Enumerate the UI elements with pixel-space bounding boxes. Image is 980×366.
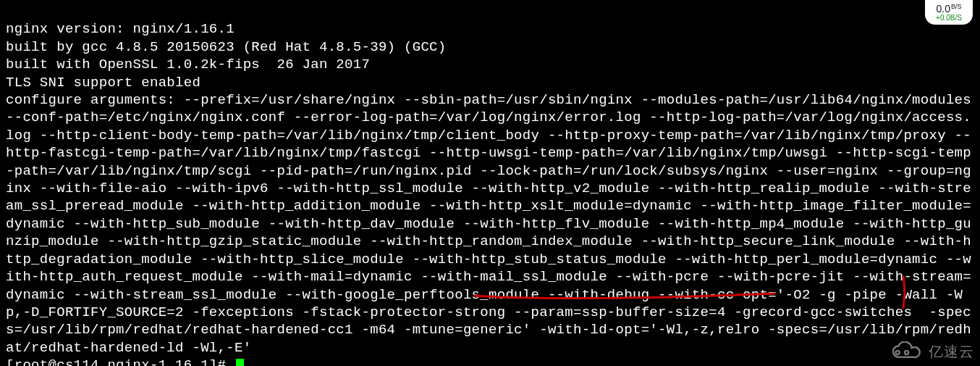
svg-point-0 bbox=[895, 351, 899, 354]
output-line: nginx version: nginx/1.16.1 bbox=[6, 21, 235, 37]
speed-value: 0.0B/S bbox=[937, 4, 962, 14]
watermark: 亿速云 bbox=[887, 337, 974, 366]
output-line: built with OpenSSL 1.0.2k-fips 26 Jan 20… bbox=[6, 57, 370, 72]
terminal-output: nginx version: nginx/1.16.1 built by gcc… bbox=[0, 0, 980, 366]
output-line: TLS SNI support enabled bbox=[6, 75, 200, 91]
network-speed-widget[interactable]: 0.0B/S +0.0B/S bbox=[925, 0, 973, 25]
svg-point-1 bbox=[905, 351, 908, 354]
output-configure-args: configure arguments: --prefix=/usr/share… bbox=[6, 92, 980, 356]
watermark-text: 亿速云 bbox=[929, 343, 974, 360]
speed-delta: +0.0B/S bbox=[936, 14, 962, 22]
output-line: built by gcc 4.8.5 20150623 (Red Hat 4.8… bbox=[6, 39, 447, 55]
cursor bbox=[236, 359, 244, 366]
cloud-icon bbox=[887, 341, 924, 362]
shell-prompt[interactable]: [root@cs114 nginx-1.16.1]# bbox=[6, 357, 235, 366]
